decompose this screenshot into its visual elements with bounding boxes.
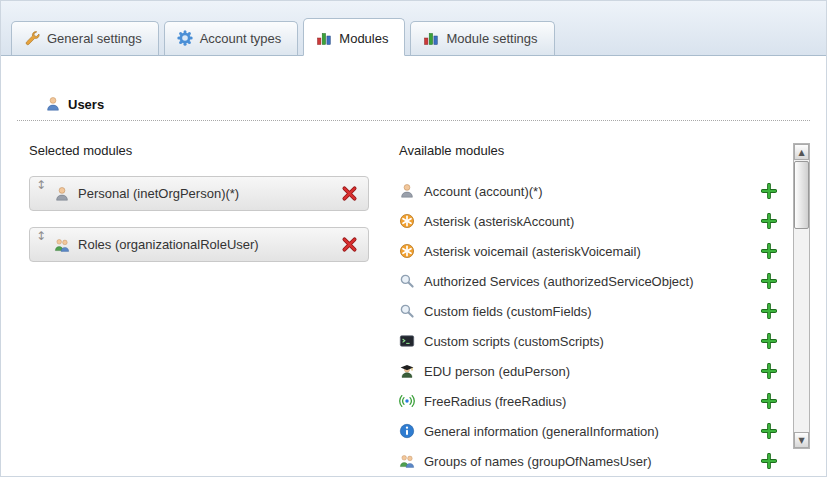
magnifier-icon: [399, 273, 415, 289]
terminal-icon: [399, 333, 415, 349]
available-module-label: General information (generalInformation): [424, 424, 659, 439]
drag-handle-icon[interactable]: ↕: [36, 231, 46, 241]
available-module-row-custom-scripts: Custom scripts (customScripts): [399, 326, 787, 356]
add-icon: [761, 213, 777, 229]
badge-icon: [177, 30, 193, 46]
available-module-label: Asterisk (asteriskAccount): [424, 214, 574, 229]
available-modules-list: Available modules Account (account)(*) A…: [399, 143, 787, 476]
add-icon: [761, 333, 777, 349]
roles-icon: [54, 237, 70, 253]
selected-module-row-personal[interactable]: ↕ Personal (inetOrgPerson)(*): [29, 176, 369, 211]
remove-personal-button[interactable]: [341, 185, 358, 202]
available-module-label: Account (account)(*): [424, 184, 543, 199]
selected-modules-heading: Selected modules: [29, 143, 385, 158]
selected-module-row-roles[interactable]: ↕ Roles (organizationalRoleUser): [29, 227, 369, 262]
section-title: Users: [68, 97, 104, 112]
user-icon: [45, 96, 61, 112]
wrench-icon: [24, 30, 40, 46]
add-icon: [761, 243, 777, 259]
available-module-label: EDU person (eduPerson): [424, 364, 570, 379]
tab-general-settings[interactable]: General settings: [11, 21, 159, 56]
available-module-row-authorized-services: Authorized Services (authorizedServiceOb…: [399, 266, 787, 296]
lam-configuration-page: General settings Account types Modules M…: [0, 0, 827, 477]
magnifier-icon: [399, 303, 415, 319]
available-module-row-asterisk-voicemail: Asterisk voicemail (asteriskVoicemail): [399, 236, 787, 266]
available-module-label: FreeRadius (freeRadius): [424, 394, 566, 409]
module-settings-icon: [423, 30, 439, 46]
scroll-down-icon[interactable]: ▼: [794, 432, 809, 448]
add-account-button[interactable]: [761, 183, 777, 199]
add-general-information-button[interactable]: [761, 423, 777, 439]
group-icon: [399, 453, 415, 469]
add-icon: [761, 453, 777, 469]
available-module-label: Asterisk voicemail (asteriskVoicemail): [424, 244, 641, 259]
available-module-row-general-information: General information (generalInformation): [399, 416, 787, 446]
add-authorized-services-button[interactable]: [761, 273, 777, 289]
add-icon: [761, 183, 777, 199]
tab-module-settings[interactable]: Module settings: [410, 21, 554, 56]
users-section-heading: Users: [17, 96, 810, 121]
module-columns: Selected modules ↕ Personal (inetOrgPers…: [1, 143, 826, 476]
remove-roles-button[interactable]: [341, 236, 358, 253]
add-edu-person-button[interactable]: [761, 363, 777, 379]
add-freeradius-button[interactable]: [761, 393, 777, 409]
personal-icon: [54, 186, 70, 202]
modules-icon: [316, 30, 332, 46]
available-modules-column: Available modules Account (account)(*) A…: [385, 143, 810, 476]
available-module-label: Groups of names (groupOfNamesUser): [424, 454, 652, 469]
add-asterisk-voicemail-button[interactable]: [761, 243, 777, 259]
add-icon: [761, 423, 777, 439]
available-module-row-asterisk: Asterisk (asteriskAccount): [399, 206, 787, 236]
account-icon: [399, 183, 415, 199]
available-module-label: Custom fields (customFields): [424, 304, 592, 319]
asterisk-icon: [399, 213, 415, 229]
available-module-row-custom-fields: Custom fields (customFields): [399, 296, 787, 326]
tab-modules[interactable]: Modules: [303, 18, 405, 56]
add-custom-scripts-button[interactable]: [761, 333, 777, 349]
delete-icon: [341, 185, 358, 202]
available-module-row-groups-of-names: Groups of names (groupOfNamesUser): [399, 446, 787, 476]
add-groups-of-names-button[interactable]: [761, 453, 777, 469]
available-module-row-account: Account (account)(*): [399, 176, 787, 206]
tab-label: General settings: [47, 31, 142, 46]
available-modules-scrollbar[interactable]: ▲ ▼: [793, 143, 810, 449]
add-icon: [761, 393, 777, 409]
scrollbar-track[interactable]: [794, 160, 809, 432]
available-module-row-freeradius: FreeRadius (freeRadius): [399, 386, 787, 416]
asterisk-voicemail-icon: [399, 243, 415, 259]
antenna-icon: [399, 393, 415, 409]
tab-bar: General settings Account types Modules M…: [1, 1, 826, 56]
scrollbar-thumb[interactable]: [794, 161, 809, 229]
tab-account-types[interactable]: Account types: [164, 21, 299, 56]
graduate-icon: [399, 363, 415, 379]
tab-label: Account types: [200, 31, 282, 46]
info-icon: [399, 423, 415, 439]
selected-module-label: Personal (inetOrgPerson)(*): [78, 186, 239, 201]
add-custom-fields-button[interactable]: [761, 303, 777, 319]
available-module-label: Authorized Services (authorizedServiceOb…: [424, 274, 694, 289]
selected-module-label: Roles (organizationalRoleUser): [78, 237, 259, 252]
delete-icon: [341, 236, 358, 253]
drag-handle-icon[interactable]: ↕: [36, 180, 46, 190]
scroll-up-icon[interactable]: ▲: [794, 144, 809, 160]
available-module-label: Custom scripts (customScripts): [424, 334, 604, 349]
add-icon: [761, 303, 777, 319]
available-module-row-edu-person: EDU person (eduPerson): [399, 356, 787, 386]
add-icon: [761, 273, 777, 289]
selected-modules-column: Selected modules ↕ Personal (inetOrgPers…: [17, 143, 385, 476]
add-asterisk-button[interactable]: [761, 213, 777, 229]
tab-label: Modules: [339, 31, 388, 46]
tab-label: Module settings: [446, 31, 537, 46]
available-modules-heading: Available modules: [399, 143, 787, 158]
add-icon: [761, 363, 777, 379]
modules-tab-content: Users Selected modules ↕ Personal (inetO…: [1, 56, 826, 476]
